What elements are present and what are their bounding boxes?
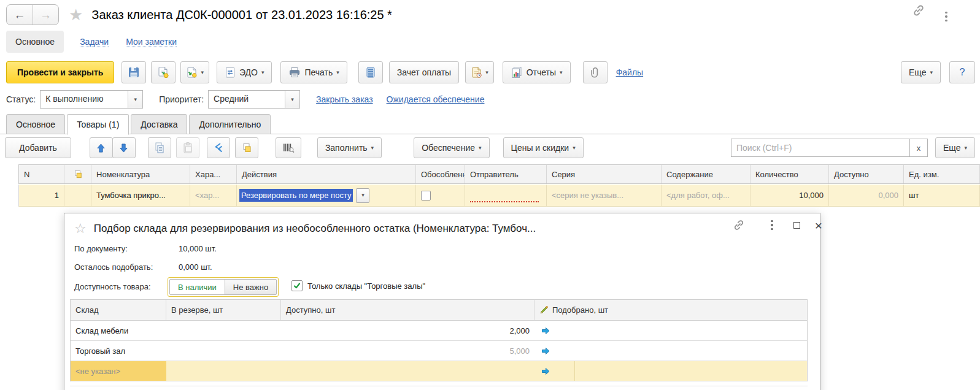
cell-series[interactable]: <серия не указыв... xyxy=(547,185,662,206)
cell-separate[interactable] xyxy=(416,185,465,206)
cell-picked xyxy=(534,321,807,340)
reports-icon xyxy=(511,66,523,78)
warehouse-row[interactable]: Торговый зал 5,000 xyxy=(71,341,807,361)
print-label: Печать xyxy=(304,67,333,77)
cell-action[interactable]: Резервировать по мере посту ▾ xyxy=(237,185,416,206)
dialog-close-button[interactable]: × xyxy=(811,217,827,233)
attachments-button[interactable] xyxy=(583,61,608,83)
tab-delivery[interactable]: Доставка xyxy=(131,114,187,134)
dialog-favorite-star-icon[interactable]: ☆ xyxy=(74,222,87,235)
column-sender[interactable]: Отправитель xyxy=(465,165,547,183)
column-separate-icon[interactable] xyxy=(64,165,91,183)
files-link[interactable]: Файлы xyxy=(616,67,643,77)
provision-button[interactable]: Обеспечение▾ xyxy=(414,137,489,158)
column-available[interactable]: Доступно xyxy=(829,165,904,183)
by-document-value: 10,000 шт. xyxy=(179,244,217,253)
document-structure-button[interactable] xyxy=(358,61,383,83)
separate-provision-button[interactable] xyxy=(235,137,258,158)
pick-arrow-button[interactable] xyxy=(534,361,575,381)
status-select[interactable]: К выполнению ▾ xyxy=(40,90,143,109)
nav-tab-notes[interactable]: Мои заметки xyxy=(126,37,177,47)
column-unit[interactable]: Ед. изм. xyxy=(904,165,980,183)
search-input[interactable] xyxy=(731,139,910,157)
column-reserve[interactable]: В резерве, шт xyxy=(166,300,281,320)
create-based-on-button[interactable]: ▾ xyxy=(180,61,209,83)
checkbox-checked-icon xyxy=(291,280,303,291)
column-picked[interactable]: Подобрано, шт xyxy=(534,300,807,320)
column-series[interactable]: Серия xyxy=(547,165,662,183)
column-warehouse[interactable]: Склад xyxy=(71,300,166,320)
tab-additional[interactable]: Дополнительно xyxy=(189,114,271,134)
edo-label: ЭДО xyxy=(239,67,258,77)
nav-tab-main[interactable]: Основное xyxy=(6,31,64,53)
copy-link-icon[interactable] xyxy=(911,2,927,18)
only-trade-halls-checkbox[interactable]: Только склады "Торговые залы" xyxy=(291,280,425,291)
pick-arrow-button[interactable] xyxy=(534,341,575,361)
more-button[interactable]: Еще ▾ xyxy=(901,61,941,83)
column-nomenclature[interactable]: Номенклатура xyxy=(91,165,190,183)
barcode-scan-button[interactable] xyxy=(276,137,301,158)
copy-row-button[interactable] xyxy=(148,137,171,158)
create-based-on-icon xyxy=(186,66,198,78)
dialog-menu-icon[interactable] xyxy=(764,217,780,233)
favorite-star-icon[interactable]: ★ xyxy=(69,7,83,23)
move-row-group xyxy=(90,137,136,158)
action-dropdown-button[interactable]: ▾ xyxy=(356,188,369,203)
column-actions[interactable]: Действия xyxy=(237,165,416,183)
separate-checkbox[interactable] xyxy=(421,191,431,201)
dialog-title: Подбор склада для резервирования из необ… xyxy=(94,223,536,235)
document-log-button[interactable]: ▾ xyxy=(465,61,494,83)
paste-row-button[interactable] xyxy=(176,137,199,158)
reports-button[interactable]: Отчеты ▾ xyxy=(503,61,571,83)
cell-reserve xyxy=(166,341,281,361)
save-button[interactable] xyxy=(122,61,146,83)
items-table-row[interactable]: 1 Тумбочка прикро... <хар... Резервирова… xyxy=(18,185,980,207)
fill-button[interactable]: Заполнить▾ xyxy=(317,137,382,158)
required-field-underline xyxy=(470,193,539,202)
column-content[interactable]: Содержание xyxy=(662,165,750,183)
cell-characteristic[interactable]: <хар... xyxy=(190,185,237,206)
awaiting-provision-link[interactable]: Ожидается обеспечение xyxy=(387,94,485,104)
window-menu-icon[interactable] xyxy=(943,5,950,24)
column-separate[interactable]: Обособленно xyxy=(416,165,465,183)
priority-select[interactable]: Средний ▾ xyxy=(208,90,300,109)
edo-button[interactable]: ЭДО ▾ xyxy=(217,61,272,83)
add-row-button[interactable]: Добавить xyxy=(5,137,71,158)
pick-arrow-button[interactable] xyxy=(534,321,575,340)
move-down-button[interactable] xyxy=(112,137,136,158)
column-quantity[interactable]: Количество xyxy=(750,165,829,183)
column-n[interactable]: N xyxy=(19,165,64,183)
help-button[interactable]: ? xyxy=(949,61,975,83)
status-label: Статус: xyxy=(6,94,36,104)
dialog-copy-link-icon[interactable] xyxy=(731,217,747,233)
payment-offset-button[interactable]: Зачет оплаты xyxy=(389,61,459,83)
nav-tab-tasks[interactable]: Задачи xyxy=(80,37,109,47)
prices-discounts-button[interactable]: Цены и скидки▾ xyxy=(503,137,584,158)
caret-down-icon: ▾ xyxy=(371,145,374,151)
items-more-button[interactable]: Еще▾ xyxy=(935,137,975,158)
availability-any-toggle[interactable]: Не важно xyxy=(225,279,277,295)
tab-main[interactable]: Основное xyxy=(6,114,65,134)
cell-warehouse: Склад мебели xyxy=(71,321,166,340)
cell-quantity[interactable]: 10,000 xyxy=(750,185,829,206)
warehouse-row-selected[interactable]: <не указан> xyxy=(71,361,807,381)
post-and-close-button[interactable]: Провести и закрыть xyxy=(6,61,114,83)
move-up-button[interactable] xyxy=(90,137,113,158)
tab-goods[interactable]: Товары (1) xyxy=(67,114,129,135)
availability-toggle-group: В наличии Не важно xyxy=(168,277,279,297)
cell-sender[interactable] xyxy=(465,185,547,206)
column-characteristic[interactable]: Хара... xyxy=(190,165,237,183)
cell-content[interactable]: <для работ, оф... xyxy=(662,185,750,206)
clear-search-button[interactable]: x xyxy=(909,139,928,157)
post-document-button[interactable] xyxy=(151,61,176,83)
column-available[interactable]: Доступно, шт xyxy=(281,300,534,320)
close-order-link[interactable]: Закрыть заказ xyxy=(316,94,373,104)
availability-in-stock-toggle[interactable]: В наличии xyxy=(169,279,225,295)
print-button[interactable]: Печать ▾ xyxy=(280,61,347,83)
back-button[interactable]: ← xyxy=(7,5,33,25)
cell-nomenclature[interactable]: Тумбочка прикро... xyxy=(91,185,190,206)
forward-button[interactable]: → xyxy=(33,5,58,25)
warehouse-row[interactable]: Склад мебели 2,000 xyxy=(71,321,807,341)
change-order-button[interactable] xyxy=(207,137,230,158)
dialog-maximize-button[interactable] xyxy=(789,217,804,233)
